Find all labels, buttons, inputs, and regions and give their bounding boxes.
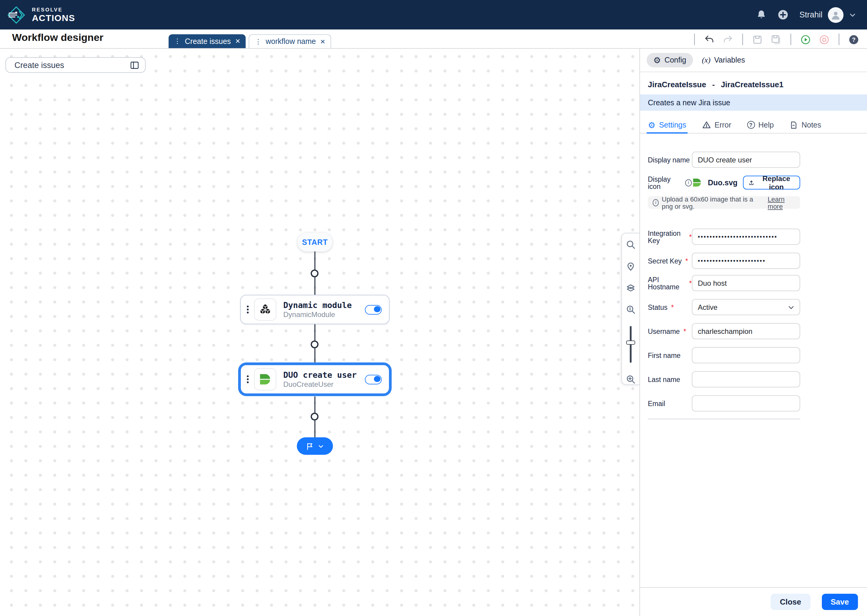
chevron-down-icon[interactable] xyxy=(318,443,324,449)
node-enabled-toggle[interactable] xyxy=(365,374,382,384)
zoom-slider[interactable] xyxy=(626,326,636,363)
user-menu[interactable]: Strahil xyxy=(799,7,856,22)
close-icon[interactable]: ✕ xyxy=(320,39,325,45)
module-instance: JiraCreateIssue1 xyxy=(721,80,783,89)
status-selected-value: Active xyxy=(698,303,717,311)
required-marker: * xyxy=(689,233,692,240)
brand-line-resolve: RESOLVE xyxy=(32,7,75,13)
resolve-actions-logo: RESOLVE ACTIONS xyxy=(5,3,75,26)
field-label: Display icon xyxy=(648,175,683,190)
first-name-input[interactable] xyxy=(692,347,800,363)
api-hostname-row: API Hostname* xyxy=(648,275,867,291)
last-name-input[interactable] xyxy=(692,371,800,387)
connector-port[interactable] xyxy=(311,269,318,277)
tab-label: Create issues xyxy=(185,37,231,46)
secret-key-input[interactable] xyxy=(692,253,800,269)
logo-diamond-icon xyxy=(5,3,28,26)
connector-port[interactable] xyxy=(311,341,318,348)
display-name-input[interactable] xyxy=(692,152,800,168)
info-icon[interactable]: i xyxy=(685,179,692,186)
api-hostname-input[interactable] xyxy=(692,275,800,291)
learn-more-link[interactable]: Learn more xyxy=(768,195,795,210)
chevron-down-icon[interactable] xyxy=(849,11,856,18)
node-duo-create-user[interactable]: DUO create user DuoCreateUser xyxy=(240,365,389,394)
tab-label: workflow name xyxy=(266,37,316,46)
secret-key-row: Secret Key* xyxy=(648,253,867,269)
field-label: First name xyxy=(648,352,681,359)
start-node[interactable]: START xyxy=(298,233,333,251)
save-all-icon[interactable] xyxy=(771,34,782,45)
close-button[interactable]: Close xyxy=(771,594,810,610)
flag-icon xyxy=(306,442,314,450)
toolbar-divider xyxy=(791,34,791,45)
workflow-canvas[interactable]: Create issues START xyxy=(0,49,639,616)
collapse-panel-icon[interactable] xyxy=(129,60,140,70)
field-label: Display name xyxy=(648,156,690,163)
minimap-icon[interactable] xyxy=(626,283,636,293)
tab-kebab-icon[interactable]: ⋮ xyxy=(255,38,262,45)
connector-line xyxy=(314,251,315,269)
document-icon xyxy=(789,121,798,129)
brand-line-actions: ACTIONS xyxy=(32,14,75,22)
integration-key-input[interactable] xyxy=(692,229,800,245)
node-title: Dynamic module xyxy=(283,300,352,310)
breadcrumb-separator: - xyxy=(712,80,715,89)
tab-workflow-name[interactable]: ⋮ workflow name ✕ xyxy=(249,34,331,48)
end-node-button[interactable] xyxy=(297,437,333,455)
node-kebab-icon[interactable] xyxy=(247,376,248,383)
tab-kebab-icon[interactable]: ⋮ xyxy=(174,38,181,44)
tab-notes[interactable]: Notes xyxy=(789,117,821,133)
node-title: DUO create user xyxy=(283,370,357,379)
tab-error[interactable]: Error xyxy=(702,117,731,133)
status-select[interactable]: Active xyxy=(692,299,800,315)
search-icon[interactable] xyxy=(626,239,636,250)
canvas-tools-panel xyxy=(621,233,639,385)
close-icon[interactable]: ✕ xyxy=(235,38,241,44)
tab-settings[interactable]: ⚙ Settings xyxy=(648,117,686,133)
notifications-bell-icon[interactable] xyxy=(756,9,766,20)
undo-icon[interactable] xyxy=(704,34,715,45)
settings-form: Display name Display icon i Duo.svg xyxy=(640,152,867,419)
stop-icon[interactable] xyxy=(819,34,830,45)
connector-port[interactable] xyxy=(311,413,318,421)
panel-tab-row: ⚙ Config (x) Variables xyxy=(640,49,867,72)
tab-config[interactable]: ⚙ Config xyxy=(646,53,693,68)
tab-help[interactable]: ? Help xyxy=(747,117,774,133)
replace-icon-button[interactable]: Replace icon xyxy=(743,176,800,190)
field-label: Email xyxy=(648,400,665,407)
email-input[interactable] xyxy=(692,395,800,412)
field-label: Secret Key xyxy=(648,257,682,264)
node-enabled-toggle[interactable] xyxy=(365,305,382,314)
required-marker: * xyxy=(671,303,674,311)
save-icon[interactable] xyxy=(752,34,763,45)
status-row: Status* Active xyxy=(648,299,867,315)
tab-create-issues[interactable]: ⋮ Create issues ✕ xyxy=(169,34,246,48)
username-input[interactable] xyxy=(692,323,800,339)
add-new-icon[interactable] xyxy=(777,9,788,20)
config-tab-label: Config xyxy=(664,56,686,64)
flow-name-box: Create issues xyxy=(5,57,146,73)
zoom-in-icon[interactable] xyxy=(626,374,636,384)
panel-footer: Close Save xyxy=(640,587,867,616)
module-type: JiraCreateIssue xyxy=(648,80,706,89)
save-button[interactable]: Save xyxy=(821,594,858,610)
field-label: API Hostname xyxy=(648,276,686,290)
run-icon[interactable] xyxy=(800,34,811,45)
connector-line xyxy=(314,348,315,365)
display-icon-row: Display icon i Duo.svg Replace icon xyxy=(648,174,867,191)
help-icon[interactable]: ? xyxy=(848,34,859,45)
user-avatar[interactable] xyxy=(828,7,843,22)
node-kebab-icon[interactable] xyxy=(247,306,248,313)
node-dynamic-module[interactable]: Dynamic module DynamicModule xyxy=(240,295,389,324)
zoom-slider-handle[interactable] xyxy=(626,341,635,345)
locate-node-icon[interactable] xyxy=(626,261,636,271)
redo-icon[interactable] xyxy=(722,34,733,45)
toolbar-divider xyxy=(694,34,695,45)
tab-variables[interactable]: (x) Variables xyxy=(702,55,745,65)
display-name-row: Display name xyxy=(648,152,867,168)
required-marker: * xyxy=(689,280,692,287)
zoom-fit-icon[interactable] xyxy=(626,304,636,314)
form-divider xyxy=(648,419,800,419)
workspace-header-row: Workflow designer ⋮ Create issues ✕ ⋮ wo… xyxy=(0,30,867,49)
field-label: Username xyxy=(648,328,680,335)
